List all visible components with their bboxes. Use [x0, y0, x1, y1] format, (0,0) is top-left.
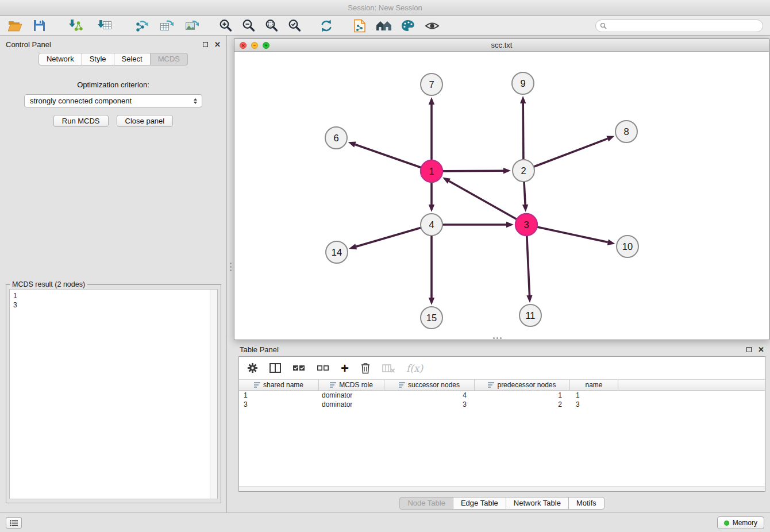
splitter-handle-vertical[interactable] — [230, 263, 232, 264]
graph-edge-4-14[interactable] — [356, 228, 421, 246]
open-file-icon[interactable] — [7, 18, 23, 34]
search-input[interactable] — [610, 22, 759, 30]
graph-node-label: 2 — [521, 165, 526, 176]
mcds-result-list[interactable]: 1 3 — [9, 289, 218, 499]
optimization-criterion-label: Optimization criterion: — [0, 80, 226, 89]
main-toolbar — [0, 16, 770, 36]
column-header-predecessor-nodes[interactable]: predecessor nodes — [475, 380, 570, 390]
cell-successor-nodes[interactable]: 4 — [384, 391, 475, 400]
cell-mcds-role[interactable]: dominator — [319, 400, 384, 409]
zoom-out-icon[interactable] — [240, 18, 256, 34]
tab-edge-table[interactable]: Edge Table — [453, 497, 506, 510]
save-session-icon[interactable] — [31, 18, 47, 34]
search-field[interactable] — [595, 20, 763, 32]
graph-edge-arrowhead — [429, 205, 434, 212]
network-window-title: scc.txt — [491, 41, 513, 49]
control-panel-header: Control Panel ✕ — [0, 36, 226, 53]
window-title: Session: New Session — [348, 3, 422, 12]
zoom-traffic-light[interactable]: + — [263, 42, 270, 49]
table-panel-header: Table Panel ✕ — [234, 342, 770, 356]
refresh-view-icon[interactable] — [318, 18, 334, 34]
import-network-icon[interactable] — [68, 18, 84, 34]
column-label: name — [585, 381, 602, 389]
control-panel-float-icon[interactable] — [203, 42, 208, 47]
tab-style[interactable]: Style — [82, 53, 114, 65]
export-image-glyph — [185, 19, 199, 32]
network-canvas[interactable]: 7968124314101511 — [234, 52, 769, 340]
table-settings-gear-icon[interactable] — [247, 361, 258, 376]
graph-edge-arrowhead — [526, 295, 532, 303]
zoom-in-icon[interactable] — [217, 18, 233, 34]
criterion-select[interactable]: strongly connected component — [24, 94, 202, 107]
cell-shared-name[interactable]: 1 — [239, 391, 319, 400]
export-table-icon[interactable] — [159, 18, 175, 34]
tab-network[interactable]: Network — [38, 53, 82, 65]
zoom-selected-icon[interactable] — [286, 18, 302, 34]
deselect-all-rows-icon[interactable] — [317, 361, 329, 376]
close-panel-button[interactable]: Close panel — [117, 115, 174, 127]
close-traffic-light[interactable]: ✕ — [240, 42, 247, 49]
add-column-icon[interactable]: + — [341, 361, 349, 376]
graph-edge-2-3[interactable] — [524, 182, 525, 205]
magnifier-plus-glyph — [218, 18, 233, 33]
zoom-fit-icon[interactable] — [263, 18, 279, 34]
column-header-name[interactable]: name — [570, 380, 618, 390]
table-panel-close-icon[interactable]: ✕ — [758, 346, 764, 353]
graph-edge-3-1[interactable] — [449, 181, 517, 219]
export-image-icon[interactable] — [184, 18, 200, 34]
table-panel-title: Table Panel — [240, 345, 279, 354]
network-window-titlebar[interactable]: ✕ − + scc.txt — [234, 39, 769, 52]
tab-mcds[interactable]: MCDS — [150, 53, 188, 65]
table-panel-float-icon[interactable] — [746, 347, 752, 352]
run-mcds-button[interactable]: Run MCDS — [53, 115, 109, 127]
cell-successor-nodes[interactable]: 3 — [384, 400, 475, 409]
cell-mcds-role[interactable]: dominator — [319, 391, 384, 400]
column-label: successor nodes — [408, 381, 460, 389]
show-hide-graphics-icon[interactable] — [424, 18, 440, 34]
graph-edge-1-6[interactable] — [355, 145, 421, 168]
graph-edge-3-11[interactable] — [527, 236, 530, 295]
mcds-result-box: MCDS result (2 nodes) 1 3 — [6, 284, 221, 503]
task-history-button[interactable] — [6, 517, 22, 529]
tab-node-table[interactable]: Node Table — [399, 497, 453, 510]
import-table-icon[interactable] — [97, 18, 113, 34]
cell-predecessor-nodes[interactable]: 2 — [475, 400, 570, 409]
cell-name[interactable]: 1 — [570, 391, 618, 400]
style-palette-icon[interactable] — [400, 18, 416, 34]
select-all-rows-icon[interactable] — [292, 361, 305, 376]
cell-predecessor-nodes[interactable]: 1 — [475, 391, 570, 400]
tab-network-table[interactable]: Network Table — [506, 497, 569, 510]
criterion-select-value: strongly connected component — [30, 97, 194, 105]
first-neighbors-icon[interactable] — [352, 18, 368, 34]
cell-shared-name[interactable]: 3 — [239, 400, 319, 409]
export-network-icon[interactable] — [133, 18, 149, 34]
delete-column-icon[interactable] — [360, 361, 371, 376]
minimize-traffic-light[interactable]: − — [251, 42, 258, 49]
column-header-mcds-role[interactable]: MCDS role — [319, 380, 384, 390]
column-sort-icon — [488, 382, 494, 388]
column-header-successor-nodes[interactable]: successor nodes — [384, 380, 475, 390]
result-scrollbar[interactable] — [210, 290, 217, 499]
tab-motifs[interactable]: Motifs — [568, 497, 605, 510]
network-overview-icon[interactable] — [376, 18, 392, 34]
column-header-shared-name[interactable]: shared name — [239, 380, 319, 390]
control-panel-close-icon[interactable]: ✕ — [214, 41, 221, 48]
graph-node-label: 10 — [622, 241, 633, 252]
graph-edge-1-2[interactable] — [442, 171, 503, 171]
graph-edge-2-9[interactable] — [523, 103, 523, 160]
tab-select[interactable]: Select — [114, 53, 151, 65]
graph-edge-2-8[interactable] — [534, 138, 608, 167]
splitter-handle-horizontal[interactable] — [493, 337, 495, 339]
table-row[interactable]: 1 dominator 4 1 1 — [239, 391, 765, 400]
folder-icon — [8, 20, 22, 32]
cell-name[interactable]: 3 — [570, 400, 618, 409]
show-columns-icon[interactable] — [270, 361, 281, 376]
graph-node-label: 15 — [426, 313, 437, 323]
table-row[interactable]: 3 dominator 3 2 3 — [239, 400, 765, 409]
graph-edge-3-10[interactable] — [537, 227, 608, 242]
table-horizontal-scrollbar[interactable] — [239, 486, 765, 491]
import-network-glyph — [69, 19, 83, 32]
graph-node-label: 9 — [520, 78, 525, 88]
mcds-result-line: 3 — [13, 300, 214, 310]
memory-button[interactable]: Memory — [717, 516, 764, 529]
